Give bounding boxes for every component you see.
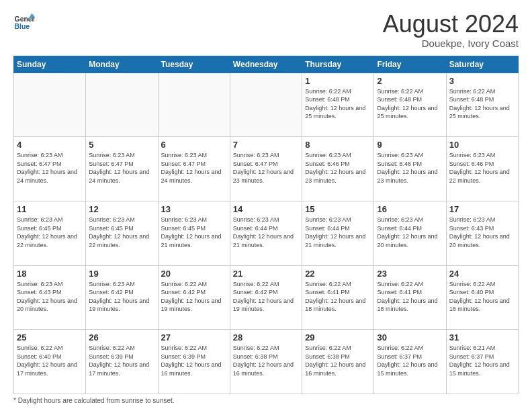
table-row — [14, 73, 86, 137]
table-row: 23Sunrise: 6:22 AM Sunset: 6:41 PM Dayli… — [374, 265, 446, 330]
table-row — [86, 73, 158, 137]
day-number: 20 — [161, 269, 227, 279]
table-row: 11Sunrise: 6:23 AM Sunset: 6:45 PM Dayli… — [14, 201, 86, 265]
month-title: August 2024 — [383, 11, 519, 38]
logo-icon: General Blue — [13, 11, 35, 32]
day-info: Sunrise: 6:23 AM Sunset: 6:44 PM Dayligh… — [377, 216, 443, 249]
day-info: Sunrise: 6:23 AM Sunset: 6:45 PM Dayligh… — [161, 216, 227, 249]
week-row-1: 4Sunrise: 6:23 AM Sunset: 6:47 PM Daylig… — [14, 137, 519, 201]
footnote: * Daylight hours are calculated from sun… — [13, 397, 519, 404]
table-row: 31Sunrise: 6:21 AM Sunset: 6:37 PM Dayli… — [446, 330, 518, 394]
day-info: Sunrise: 6:22 AM Sunset: 6:48 PM Dayligh… — [449, 87, 515, 121]
day-info: Sunrise: 6:22 AM Sunset: 6:41 PM Dayligh… — [305, 280, 371, 314]
day-number: 3 — [449, 76, 515, 86]
day-number: 26 — [89, 332, 154, 342]
header-row: Sunday Monday Tuesday Wednesday Thursday… — [14, 56, 519, 73]
table-row: 17Sunrise: 6:23 AM Sunset: 6:43 PM Dayli… — [446, 201, 518, 265]
col-saturday: Saturday — [446, 56, 518, 73]
day-number: 12 — [89, 204, 154, 214]
col-thursday: Thursday — [302, 56, 374, 73]
table-row: 10Sunrise: 6:23 AM Sunset: 6:46 PM Dayli… — [446, 137, 518, 201]
col-monday: Monday — [86, 56, 158, 73]
day-number: 17 — [449, 204, 515, 214]
location: Douekpe, Ivory Coast — [383, 38, 519, 49]
day-number: 15 — [305, 204, 371, 214]
table-row: 20Sunrise: 6:22 AM Sunset: 6:42 PM Dayli… — [158, 265, 230, 330]
day-info: Sunrise: 6:23 AM Sunset: 6:45 PM Dayligh… — [17, 216, 83, 249]
week-row-3: 18Sunrise: 6:23 AM Sunset: 6:43 PM Dayli… — [14, 265, 519, 330]
day-info: Sunrise: 6:21 AM Sunset: 6:37 PM Dayligh… — [449, 344, 515, 377]
day-number: 13 — [161, 204, 227, 214]
col-friday: Friday — [374, 56, 446, 73]
table-row: 9Sunrise: 6:23 AM Sunset: 6:46 PM Daylig… — [374, 137, 446, 201]
day-number: 18 — [17, 269, 83, 279]
table-row: 2Sunrise: 6:22 AM Sunset: 6:48 PM Daylig… — [374, 73, 446, 137]
calendar-table: Sunday Monday Tuesday Wednesday Thursday… — [13, 56, 519, 394]
day-info: Sunrise: 6:23 AM Sunset: 6:46 PM Dayligh… — [377, 151, 443, 185]
day-info: Sunrise: 6:22 AM Sunset: 6:39 PM Dayligh… — [89, 344, 154, 377]
day-number: 24 — [449, 269, 515, 279]
table-row: 26Sunrise: 6:22 AM Sunset: 6:39 PM Dayli… — [86, 330, 158, 394]
table-row: 12Sunrise: 6:23 AM Sunset: 6:45 PM Dayli… — [86, 201, 158, 265]
table-row: 13Sunrise: 6:23 AM Sunset: 6:45 PM Dayli… — [158, 201, 230, 265]
week-row-4: 25Sunrise: 6:22 AM Sunset: 6:40 PM Dayli… — [14, 330, 519, 394]
table-row: 7Sunrise: 6:23 AM Sunset: 6:47 PM Daylig… — [230, 137, 302, 201]
day-number: 4 — [17, 140, 83, 150]
day-info: Sunrise: 6:22 AM Sunset: 6:42 PM Dayligh… — [233, 280, 299, 314]
table-row: 27Sunrise: 6:22 AM Sunset: 6:39 PM Dayli… — [158, 330, 230, 394]
day-info: Sunrise: 6:22 AM Sunset: 6:37 PM Dayligh… — [377, 344, 443, 377]
day-number: 1 — [305, 76, 371, 86]
table-row: 25Sunrise: 6:22 AM Sunset: 6:40 PM Dayli… — [14, 330, 86, 394]
title-block: August 2024 Douekpe, Ivory Coast — [383, 11, 519, 49]
day-info: Sunrise: 6:23 AM Sunset: 6:47 PM Dayligh… — [161, 151, 227, 185]
week-row-2: 11Sunrise: 6:23 AM Sunset: 6:45 PM Dayli… — [14, 201, 519, 265]
week-row-0: 1Sunrise: 6:22 AM Sunset: 6:48 PM Daylig… — [14, 73, 519, 137]
table-row: 30Sunrise: 6:22 AM Sunset: 6:37 PM Dayli… — [374, 330, 446, 394]
svg-text:Blue: Blue — [15, 23, 30, 30]
day-number: 5 — [89, 140, 154, 150]
day-info: Sunrise: 6:22 AM Sunset: 6:39 PM Dayligh… — [161, 344, 227, 377]
day-number: 27 — [161, 332, 227, 342]
day-info: Sunrise: 6:23 AM Sunset: 6:43 PM Dayligh… — [449, 216, 515, 249]
table-row — [230, 73, 302, 137]
day-number: 29 — [305, 332, 371, 342]
day-number: 9 — [377, 140, 443, 150]
logo: General Blue — [13, 11, 35, 32]
table-row: 1Sunrise: 6:22 AM Sunset: 6:48 PM Daylig… — [302, 73, 374, 137]
table-row: 5Sunrise: 6:23 AM Sunset: 6:47 PM Daylig… — [86, 137, 158, 201]
day-info: Sunrise: 6:23 AM Sunset: 6:44 PM Dayligh… — [233, 216, 299, 249]
day-number: 6 — [161, 140, 227, 150]
table-row: 21Sunrise: 6:22 AM Sunset: 6:42 PM Dayli… — [230, 265, 302, 330]
day-info: Sunrise: 6:22 AM Sunset: 6:48 PM Dayligh… — [377, 87, 443, 121]
day-number: 25 — [17, 332, 83, 342]
table-row: 22Sunrise: 6:22 AM Sunset: 6:41 PM Dayli… — [302, 265, 374, 330]
table-row: 18Sunrise: 6:23 AM Sunset: 6:43 PM Dayli… — [14, 265, 86, 330]
day-info: Sunrise: 6:23 AM Sunset: 6:45 PM Dayligh… — [89, 216, 154, 249]
table-row: 19Sunrise: 6:23 AM Sunset: 6:42 PM Dayli… — [86, 265, 158, 330]
day-info: Sunrise: 6:22 AM Sunset: 6:41 PM Dayligh… — [377, 280, 443, 314]
table-row: 4Sunrise: 6:23 AM Sunset: 6:47 PM Daylig… — [14, 137, 86, 201]
day-info: Sunrise: 6:23 AM Sunset: 6:47 PM Dayligh… — [89, 151, 154, 185]
day-number: 19 — [89, 269, 154, 279]
day-number: 16 — [377, 204, 443, 214]
page: General Blue August 2024 Douekpe, Ivory … — [0, 0, 532, 411]
day-info: Sunrise: 6:22 AM Sunset: 6:38 PM Dayligh… — [305, 344, 371, 377]
day-number: 31 — [449, 332, 515, 342]
day-info: Sunrise: 6:22 AM Sunset: 6:42 PM Dayligh… — [161, 280, 227, 314]
day-info: Sunrise: 6:23 AM Sunset: 6:46 PM Dayligh… — [449, 151, 515, 185]
day-number: 21 — [233, 269, 299, 279]
table-row: 29Sunrise: 6:22 AM Sunset: 6:38 PM Dayli… — [302, 330, 374, 394]
day-info: Sunrise: 6:22 AM Sunset: 6:38 PM Dayligh… — [233, 344, 299, 377]
day-info: Sunrise: 6:22 AM Sunset: 6:40 PM Dayligh… — [449, 280, 515, 314]
day-number: 10 — [449, 140, 515, 150]
day-number: 2 — [377, 76, 443, 86]
day-info: Sunrise: 6:23 AM Sunset: 6:42 PM Dayligh… — [89, 280, 154, 314]
day-info: Sunrise: 6:23 AM Sunset: 6:43 PM Dayligh… — [17, 280, 83, 314]
day-number: 8 — [305, 140, 371, 150]
day-number: 30 — [377, 332, 443, 342]
table-row: 6Sunrise: 6:23 AM Sunset: 6:47 PM Daylig… — [158, 137, 230, 201]
day-number: 23 — [377, 269, 443, 279]
col-sunday: Sunday — [14, 56, 86, 73]
day-info: Sunrise: 6:22 AM Sunset: 6:40 PM Dayligh… — [17, 344, 83, 377]
table-row: 14Sunrise: 6:23 AM Sunset: 6:44 PM Dayli… — [230, 201, 302, 265]
